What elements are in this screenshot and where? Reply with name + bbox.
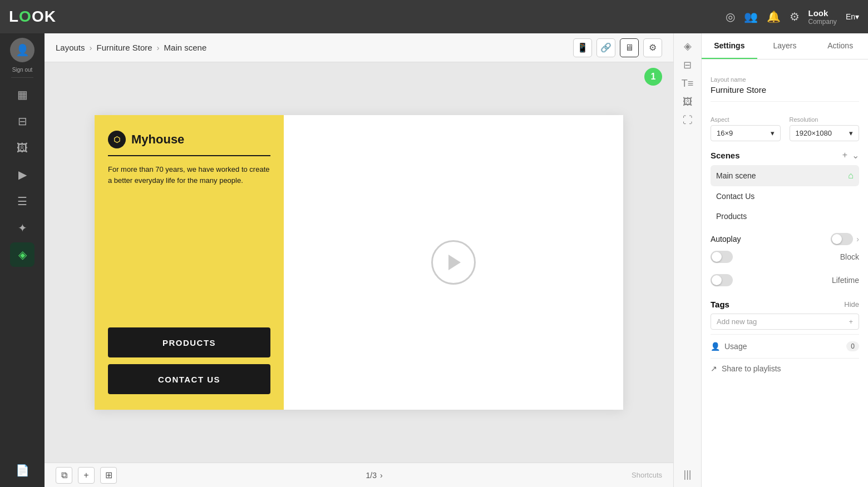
shortcuts-button[interactable]: Shortcuts [632,471,662,479]
panel-tabs: Settings Layers Actions [702,33,868,59]
layers-panel-icon[interactable]: ◈ [684,40,692,52]
left-sidebar: 👤 Sign out ▦ ⊟ 🖼 ▶ ☰ ✦ ◈ 📄 [0,33,45,487]
block-toggle[interactable] [711,251,733,263]
usage-person-icon: 👤 [711,342,720,351]
sidebar-item-layouts[interactable]: ⊟ [10,109,34,133]
text-panel-icon[interactable]: T≡ [682,78,694,90]
tab-layers[interactable]: Layers [757,33,813,59]
logo[interactable]: LOOK [9,8,56,26]
lifetime-toggle-thumb [712,275,722,285]
share-icon: ↗ [711,364,717,373]
link-icon: 🔗 [600,42,611,53]
grid-button[interactable]: ⊞ [100,467,117,484]
bottom-bar: ⧉ + ⊞ 1/3 › Shortcuts [45,463,673,487]
lifetime-label: Lifetime [832,276,859,285]
gear-icon: ⚙ [649,42,657,53]
canvas-area: 1 ⬡ Myhouse For more than 70 years, we h… [45,62,673,463]
scenes-add-icon[interactable]: + [842,150,847,161]
expand-panel-icon[interactable]: ⛶ [683,115,693,126]
sidebar-item-favorites[interactable]: ✦ [10,216,34,240]
scene-item-main[interactable]: Main scene ⌂ [711,165,859,186]
layers-icon: ◈ [18,248,27,261]
mobile-icon: 📱 [577,42,588,53]
topbar-right: ◎ 👥 🔔 ⚙ Look Company En▾ [726,8,859,26]
autoplay-expand-icon[interactable]: › [856,235,859,244]
preview-tagline: For more than 70 years, we have worked t… [108,164,270,186]
canvas-wrapper: 1 ⬡ Myhouse For more than 70 years, we h… [45,62,673,487]
sidebar-item-file[interactable]: 📄 [10,458,34,483]
resolution-select[interactable]: 1920×1080 ▾ [790,125,860,141]
breadcrumb-layouts[interactable]: Layouts [56,43,85,52]
scene-contact-label: Contact Us [716,192,754,201]
products-button[interactable]: PRODUCTS [108,327,270,357]
settings-button[interactable]: ⚙ [643,38,662,57]
breadcrumb-main-scene[interactable]: Main scene [164,43,207,52]
panel-icon-2[interactable]: ⊟ [683,59,692,71]
aspect-group: Aspect 16×9 ▾ [711,108,781,141]
share-left: ↗ Share to playlists [711,364,781,373]
preview-right-side [284,115,623,410]
brand-icon-text: ⬡ [114,135,120,144]
logo-text: LOOK [9,8,56,26]
add-button[interactable]: + [78,467,95,484]
users-icon[interactable]: 👥 [744,10,758,23]
scenes-title: Scenes [711,151,740,160]
breadcrumb-furniture-store[interactable]: Furniture Store [97,43,152,52]
chart-icon[interactable]: ◎ [726,10,735,23]
sidebar-item-layers[interactable]: ◈ [10,242,34,267]
play-button[interactable] [431,240,476,285]
sliders-icon[interactable]: ⚙ [790,10,800,23]
media-icon: 🖼 [17,142,28,155]
user-name: Look [808,8,828,18]
link-button[interactable]: 🔗 [596,38,615,57]
autoplay-toggle[interactable] [831,233,853,245]
add-tag-plus-icon: + [849,317,853,326]
add-tag-placeholder: Add new tag [717,317,757,326]
tab-settings[interactable]: Settings [702,33,757,59]
desktop-view-button[interactable]: 🖥 [620,38,639,57]
resolution-value: 1920×1080 [796,129,832,137]
sidebar-item-dashboard[interactable]: ▦ [10,82,34,107]
contact-button[interactable]: CONTACT US [108,364,270,394]
preview-card: ⬡ Myhouse For more than 70 years, we hav… [95,115,623,410]
sidebar-item-lists[interactable]: ☰ [10,189,34,213]
add-tag-input[interactable]: Add new tag + [711,314,859,330]
user-avatar[interactable]: 👤 [10,38,34,62]
tags-header: Tags Hide [711,300,859,309]
grid-icon: ⊞ [105,470,112,480]
scenes-expand-icon[interactable]: ⌄ [852,150,859,161]
aspect-label: Aspect [711,116,781,123]
tags-hide-button[interactable]: Hide [844,300,859,309]
user-info: Look Company [808,8,837,26]
pagination-next-icon[interactable]: › [380,471,383,480]
content-area: Layouts › Furniture Store › Main scene 📱… [45,33,673,487]
usage-left: 👤 Usage [711,342,747,351]
scene-item-products[interactable]: Products [711,206,859,226]
aspect-select[interactable]: 16×9 ▾ [711,125,781,141]
sign-out-label[interactable]: Sign out [12,67,33,73]
usage-row: 👤 Usage 0 [711,334,859,358]
bottom-left-controls: ⧉ + ⊞ [56,467,117,484]
aspect-chevron-icon: ▾ [771,129,775,137]
sidebar-item-media[interactable]: 🖼 [10,136,34,160]
layouts-icon: ⊟ [18,115,27,128]
share-label[interactable]: Share to playlists [722,364,781,373]
copy-button[interactable]: ⧉ [56,467,72,484]
aspect-resolution-row: Aspect 16×9 ▾ Resolution 1920×1080 ▾ [711,108,859,141]
image-panel-icon[interactable]: 🖼 [683,96,693,108]
mobile-view-button[interactable]: 📱 [573,38,592,57]
lifetime-toggle[interactable] [711,274,733,286]
panel-handle-icon[interactable]: ||| [683,469,691,480]
scene-item-contact[interactable]: Contact Us [711,186,859,206]
main-layout: 👤 Sign out ▦ ⊟ 🖼 ▶ ☰ ✦ ◈ 📄 Layouts › Fur… [0,33,868,487]
lifetime-row: Lifetime [711,269,859,292]
logo-o: O [19,8,32,25]
tab-actions[interactable]: Actions [812,33,868,59]
sidebar-item-video[interactable]: ▶ [10,162,34,187]
breadcrumb-sep-1: › [90,43,92,52]
pagination: 1/3 › [366,471,382,480]
language-selector[interactable]: En▾ [846,12,859,21]
layout-name-label: Layout name [711,76,859,83]
breadcrumb: Layouts › Furniture Store › Main scene [56,43,206,52]
bell-icon[interactable]: 🔔 [767,10,781,23]
